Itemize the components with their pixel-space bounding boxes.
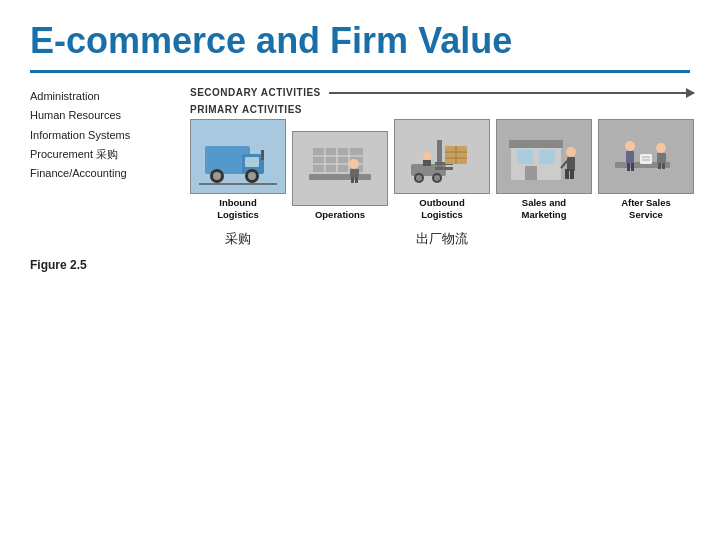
svg-rect-48 xyxy=(631,163,634,171)
inbound-label: InboundLogistics xyxy=(217,197,259,222)
activity-outbound: OutboundLogistics xyxy=(394,119,490,222)
sales-icon-box xyxy=(496,119,592,194)
svg-rect-46 xyxy=(626,151,634,163)
chinese-label-sales xyxy=(496,230,592,248)
slide-container: E-commerce and Firm Value Administration… xyxy=(0,0,720,540)
svg-rect-35 xyxy=(517,150,533,164)
after-sales-label: After SalesService xyxy=(621,197,671,222)
svg-rect-52 xyxy=(662,163,665,169)
svg-rect-40 xyxy=(567,157,575,171)
list-item-procurement: Procurement 采购 xyxy=(30,145,190,164)
outbound-label: OutboundLogistics xyxy=(419,197,464,222)
svg-rect-9 xyxy=(309,174,371,180)
svg-point-39 xyxy=(566,147,576,157)
svg-rect-47 xyxy=(627,163,630,171)
svg-point-29 xyxy=(416,175,422,181)
activity-after-sales: After SalesService xyxy=(598,119,694,222)
svg-rect-38 xyxy=(509,140,563,148)
activity-sales: Sales andMarketing xyxy=(496,119,592,222)
secondary-activities-row: SECONDARY ACTIVITIES xyxy=(190,87,694,98)
slide-title: E-commerce and Firm Value xyxy=(30,20,690,73)
operations-icon-box xyxy=(292,131,388,206)
svg-rect-7 xyxy=(261,150,264,160)
chinese-labels-row: 采购 出厂物流 xyxy=(190,230,694,248)
svg-rect-53 xyxy=(640,154,652,164)
svg-point-6 xyxy=(248,172,256,180)
chinese-label-outbound: 出厂物流 xyxy=(394,230,490,248)
svg-point-4 xyxy=(213,172,221,180)
svg-point-32 xyxy=(423,152,431,160)
chinese-label-operations xyxy=(292,230,388,248)
activities-icons-row: InboundLogistics xyxy=(190,119,694,222)
inbound-icon-box xyxy=(190,119,286,194)
inbound-logistics-svg xyxy=(197,126,279,188)
outbound-svg xyxy=(401,126,483,188)
chinese-label-inbound: 采购 xyxy=(190,230,286,248)
svg-rect-51 xyxy=(658,163,661,169)
svg-rect-17 xyxy=(350,169,359,177)
svg-rect-42 xyxy=(565,169,569,179)
after-sales-svg xyxy=(605,126,687,188)
activity-inbound: InboundLogistics xyxy=(190,119,286,222)
svg-rect-37 xyxy=(525,166,537,180)
secondary-arrow xyxy=(329,92,694,94)
svg-rect-33 xyxy=(423,160,431,166)
list-item-administration: Administration xyxy=(30,87,190,106)
list-item-hr: Human Resources xyxy=(30,106,190,125)
svg-rect-23 xyxy=(435,167,453,170)
svg-point-49 xyxy=(656,143,666,153)
svg-rect-50 xyxy=(657,153,666,163)
activity-operations: Operations xyxy=(292,131,388,221)
svg-rect-2 xyxy=(245,157,259,167)
operations-label: Operations xyxy=(315,209,365,221)
svg-rect-43 xyxy=(570,169,574,179)
figure-caption: Figure 2.5 xyxy=(30,258,690,272)
primary-activities-label: PRIMARY ACTIVITIES xyxy=(190,104,694,115)
operations-svg xyxy=(299,138,381,200)
svg-rect-19 xyxy=(355,177,358,183)
sales-label: Sales andMarketing xyxy=(522,197,567,222)
svg-point-16 xyxy=(349,159,359,169)
svg-point-45 xyxy=(625,141,635,151)
activities-area: SECONDARY ACTIVITIES PRIMARY ACTIVITIES xyxy=(190,87,694,248)
svg-rect-18 xyxy=(351,177,354,183)
sales-svg xyxy=(503,126,585,188)
after-sales-icon-box xyxy=(598,119,694,194)
secondary-activities-list: Administration Human Resources Informati… xyxy=(30,87,190,183)
list-item-finance: Finance/Accounting xyxy=(30,164,190,183)
outbound-icon-box xyxy=(394,119,490,194)
main-layout: Administration Human Resources Informati… xyxy=(30,87,690,248)
svg-point-31 xyxy=(434,175,440,181)
chinese-label-after-sales xyxy=(598,230,694,248)
sidebar-list-area: Administration Human Resources Informati… xyxy=(30,87,190,248)
svg-rect-36 xyxy=(539,150,555,164)
secondary-activities-label: SECONDARY ACTIVITIES xyxy=(190,87,321,98)
svg-line-41 xyxy=(561,161,567,168)
list-item-is: Information Systems xyxy=(30,126,190,145)
